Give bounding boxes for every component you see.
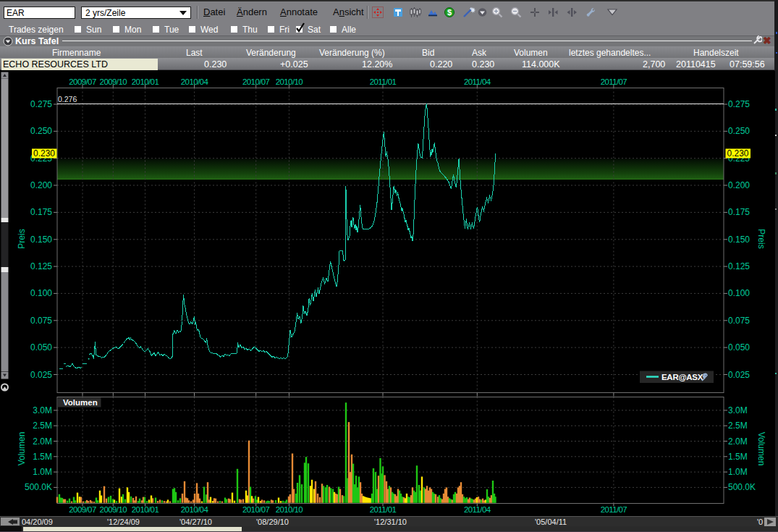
svg-text:0.275: 0.275 <box>30 99 52 109</box>
svg-text:0.200: 0.200 <box>728 180 750 190</box>
svg-text:0.075: 0.075 <box>728 316 750 326</box>
svg-text:Volumen: Volumen <box>63 398 98 407</box>
svg-text:Preis: Preis <box>17 229 27 248</box>
svg-text:2010/01: 2010/01 <box>132 77 159 86</box>
svg-text:2.0M: 2.0M <box>33 436 52 447</box>
svg-text:0.125: 0.125 <box>30 261 52 271</box>
svg-text:2009/07: 2009/07 <box>69 505 96 514</box>
svg-text:1.0M: 1.0M <box>33 467 52 477</box>
svg-text:2011/01: 2011/01 <box>370 505 397 514</box>
svg-text:0.200: 0.200 <box>30 180 52 190</box>
svg-text:0.150: 0.150 <box>728 235 750 245</box>
svg-text:1.0M: 1.0M <box>728 467 748 477</box>
svg-text:500.0K: 500.0K <box>25 482 52 492</box>
svg-text:2010/10: 2010/10 <box>276 505 303 514</box>
svg-text:Volumen: Volumen <box>17 432 27 466</box>
svg-text:0.175: 0.175 <box>30 207 52 217</box>
svg-text:2010/07: 2010/07 <box>242 77 270 86</box>
svg-text:0.025: 0.025 <box>728 370 750 380</box>
svg-text:2011/04: 2011/04 <box>464 505 491 514</box>
svg-text:500.0K: 500.0K <box>728 482 756 492</box>
svg-text:2010/04: 2010/04 <box>181 77 209 86</box>
svg-text:2.5M: 2.5M <box>728 421 748 431</box>
svg-text:0.276: 0.276 <box>58 95 77 104</box>
svg-text:2011/07: 2011/07 <box>601 77 627 86</box>
svg-text:Preis: Preis <box>756 229 766 248</box>
svg-text:2.0M: 2.0M <box>728 436 748 447</box>
svg-text:0.175: 0.175 <box>728 207 750 217</box>
svg-text:0.125: 0.125 <box>728 261 750 271</box>
svg-text:0.100: 0.100 <box>30 288 52 298</box>
svg-text:1.5M: 1.5M <box>728 452 748 462</box>
svg-text:2009/10: 2009/10 <box>100 505 127 514</box>
svg-text:0.100: 0.100 <box>728 288 750 298</box>
svg-text:2.5M: 2.5M <box>33 421 52 431</box>
svg-text:2011/01: 2011/01 <box>370 77 397 86</box>
svg-text:0.250: 0.250 <box>30 126 52 136</box>
svg-text:2010/07: 2010/07 <box>242 505 270 514</box>
svg-text:2010/01: 2010/01 <box>132 505 159 514</box>
svg-text:3.0M: 3.0M <box>33 405 52 415</box>
svg-text:2010/04: 2010/04 <box>181 505 209 514</box>
svg-text:0.230: 0.230 <box>727 148 749 159</box>
svg-text:1.5M: 1.5M <box>33 452 52 462</box>
svg-text:2011/04: 2011/04 <box>464 77 491 86</box>
svg-text:0.230: 0.230 <box>33 148 55 159</box>
svg-text:2009/07: 2009/07 <box>69 77 96 86</box>
svg-text:0.250: 0.250 <box>728 126 750 136</box>
svg-text:2011/07: 2011/07 <box>601 505 627 514</box>
svg-text:2009/10: 2009/10 <box>100 77 127 86</box>
svg-text:0.275: 0.275 <box>728 99 750 109</box>
svg-text:0.050: 0.050 <box>728 342 750 352</box>
svg-text:2010/10: 2010/10 <box>276 77 303 86</box>
svg-text:0.050: 0.050 <box>30 342 52 352</box>
svg-text:EAR@ASX: EAR@ASX <box>661 373 703 381</box>
svg-text:0.075: 0.075 <box>30 316 52 326</box>
svg-text:0.025: 0.025 <box>30 370 52 380</box>
svg-text:0.150: 0.150 <box>30 235 52 245</box>
svg-text:3.0M: 3.0M <box>728 405 748 415</box>
svg-text:Volumen: Volumen <box>756 432 766 466</box>
